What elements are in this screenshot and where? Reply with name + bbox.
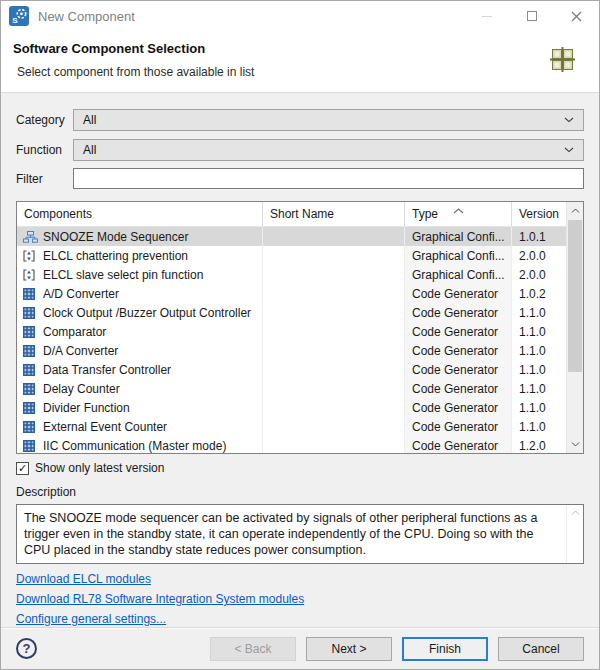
component-short-name bbox=[263, 265, 405, 284]
component-short-name bbox=[263, 284, 405, 303]
grid-icon bbox=[23, 287, 38, 300]
component-version: 1.1.0 bbox=[512, 379, 573, 398]
component-type: Code Generator bbox=[405, 436, 512, 454]
back-button[interactable]: < Back bbox=[210, 637, 296, 661]
minimize-button[interactable] bbox=[464, 1, 509, 31]
page-subtitle: Select component from those available in… bbox=[13, 65, 584, 79]
grid-icon bbox=[23, 439, 38, 452]
category-label: Category bbox=[16, 113, 73, 127]
component-name: Data Transfer Controller bbox=[43, 363, 171, 377]
table-row[interactable]: SNOOZE Mode SequencerGraphical Confi...1… bbox=[17, 227, 583, 246]
component-version: 1.1.0 bbox=[512, 341, 573, 360]
table-body: SNOOZE Mode SequencerGraphical Confi...1… bbox=[17, 227, 583, 454]
component-type: Code Generator bbox=[405, 322, 512, 341]
table-header: Components Short Name Type Version bbox=[17, 202, 583, 227]
column-header-version[interactable]: Version bbox=[512, 202, 573, 226]
chevron-up-icon bbox=[571, 208, 580, 213]
component-short-name bbox=[263, 322, 405, 341]
cancel-button[interactable]: Cancel bbox=[498, 637, 584, 661]
table-row[interactable]: IIC Communication (Master mode)Code Gene… bbox=[17, 436, 583, 454]
component-short-name bbox=[263, 360, 405, 379]
table-row[interactable]: Delay CounterCode Generator1.1.0 bbox=[17, 379, 583, 398]
component-short-name bbox=[263, 417, 405, 436]
content-area: Category All Function All Filter Compone… bbox=[1, 93, 599, 627]
function-select[interactable]: All bbox=[73, 139, 584, 161]
button-bar: ? < Back Next > Finish Cancel bbox=[1, 627, 599, 669]
component-name: Divider Function bbox=[43, 401, 130, 415]
grid-icon bbox=[23, 363, 38, 376]
component-name: Comparator bbox=[43, 325, 106, 339]
category-select[interactable]: All bbox=[73, 109, 584, 131]
sort-ascending-icon bbox=[453, 203, 464, 217]
description-scrollbar[interactable] bbox=[566, 505, 583, 563]
column-header-short-name[interactable]: Short Name bbox=[263, 202, 405, 226]
svg-text:S: S bbox=[12, 16, 18, 25]
component-type: Code Generator bbox=[405, 284, 512, 303]
finish-button[interactable]: Finish bbox=[402, 637, 488, 661]
elcl-icon bbox=[23, 268, 38, 281]
maximize-button[interactable] bbox=[509, 1, 554, 31]
configure-general-settings-link[interactable]: Configure general settings... bbox=[16, 612, 166, 626]
grid-icon bbox=[23, 306, 38, 319]
table-row[interactable]: ComparatorCode Generator1.1.0 bbox=[17, 322, 583, 341]
close-button[interactable] bbox=[554, 1, 599, 31]
next-button[interactable]: Next > bbox=[306, 637, 392, 661]
chevron-down-icon bbox=[571, 442, 580, 447]
table-row[interactable]: A/D ConverterCode Generator1.0.2 bbox=[17, 284, 583, 303]
table-row[interactable]: Data Transfer ControllerCode Generator1.… bbox=[17, 360, 583, 379]
page-title: Software Component Selection bbox=[13, 41, 584, 56]
component-short-name bbox=[263, 379, 405, 398]
table-row[interactable]: ELCL chattering preventionGraphical Conf… bbox=[17, 246, 583, 265]
component-version: 1.1.0 bbox=[512, 417, 573, 436]
component-name: External Event Counter bbox=[43, 420, 167, 434]
maximize-icon bbox=[527, 11, 537, 21]
chevron-down-icon bbox=[564, 117, 574, 123]
table-row[interactable]: Divider FunctionCode Generator1.1.0 bbox=[17, 398, 583, 417]
component-name: IIC Communication (Master mode) bbox=[43, 439, 226, 453]
scroll-thumb[interactable] bbox=[568, 220, 582, 372]
download-elcl-modules-link[interactable]: Download ELCL modules bbox=[16, 572, 151, 586]
description-box: The SNOOZE mode sequencer can be activat… bbox=[16, 504, 584, 564]
grid-icon bbox=[23, 420, 38, 433]
filter-input[interactable] bbox=[73, 168, 584, 189]
grid-icon bbox=[23, 382, 38, 395]
table-row[interactable]: ELCL slave select pin functionGraphical … bbox=[17, 265, 583, 284]
new-component-dialog: S New Component Software Component Selec… bbox=[0, 0, 600, 670]
column-header-type[interactable]: Type bbox=[405, 202, 512, 226]
component-name: Delay Counter bbox=[43, 382, 120, 396]
show-latest-version-option[interactable]: ✓ Show only latest version bbox=[16, 460, 584, 476]
component-type: Graphical Confi... bbox=[405, 227, 512, 246]
component-short-name bbox=[263, 246, 405, 265]
column-header-components[interactable]: Components bbox=[17, 202, 263, 226]
grid-icon bbox=[23, 325, 38, 338]
component-type: Code Generator bbox=[405, 379, 512, 398]
filter-label: Filter bbox=[16, 172, 73, 186]
table-row[interactable]: D/A ConverterCode Generator1.1.0 bbox=[17, 341, 583, 360]
component-name: ELCL chattering prevention bbox=[43, 249, 188, 263]
table-row[interactable]: External Event CounterCode Generator1.1.… bbox=[17, 417, 583, 436]
table-row[interactable]: Clock Output /Buzzer Output ControllerCo… bbox=[17, 303, 583, 322]
function-value: All bbox=[83, 143, 96, 157]
description-label: Description bbox=[16, 485, 584, 499]
table-scrollbar[interactable] bbox=[566, 202, 583, 453]
scroll-up-button[interactable] bbox=[567, 202, 583, 219]
component-type: Graphical Confi... bbox=[405, 265, 512, 284]
elcl-icon bbox=[23, 249, 38, 262]
component-type: Code Generator bbox=[405, 341, 512, 360]
sequencer-icon bbox=[23, 230, 38, 243]
component-version: 1.1.0 bbox=[512, 303, 573, 322]
component-version: 1.1.0 bbox=[512, 322, 573, 341]
scroll-down-button[interactable] bbox=[567, 436, 583, 453]
download-rl78-modules-link[interactable]: Download RL78 Software Integration Syste… bbox=[16, 592, 304, 606]
title-bar: S New Component bbox=[1, 1, 599, 31]
chevron-up-icon bbox=[571, 510, 580, 515]
help-button[interactable]: ? bbox=[16, 638, 37, 659]
component-name: SNOOZE Mode Sequencer bbox=[43, 230, 188, 244]
chevron-down-icon bbox=[564, 147, 574, 153]
component-version: 2.0.0 bbox=[512, 246, 573, 265]
show-latest-checkbox[interactable]: ✓ bbox=[16, 462, 29, 475]
component-version: 1.2.0 bbox=[512, 436, 573, 454]
component-short-name bbox=[263, 303, 405, 322]
component-name: A/D Converter bbox=[43, 287, 119, 301]
component-name: Clock Output /Buzzer Output Controller bbox=[43, 306, 251, 320]
